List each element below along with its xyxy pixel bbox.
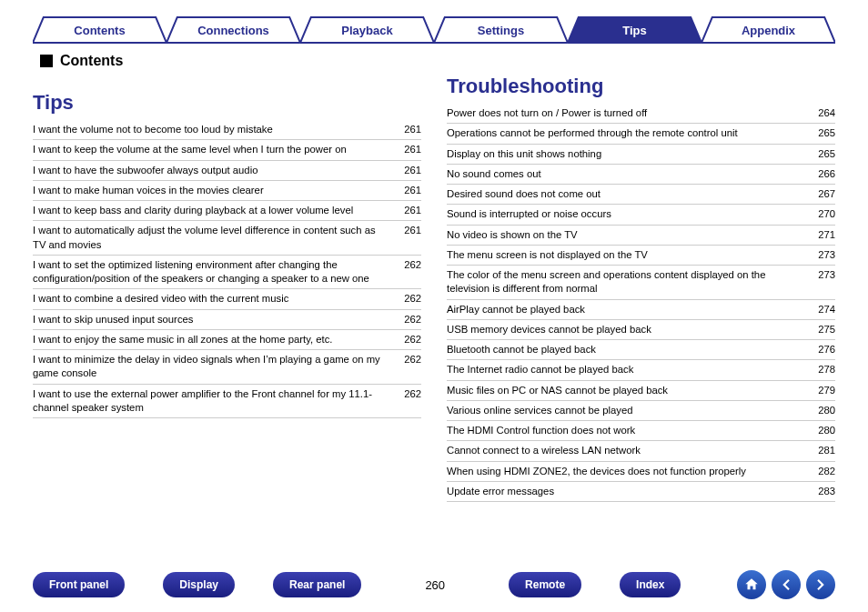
troubleshooting-page: 282 [804,465,835,478]
troubleshooting-text: Bluetooth cannot be played back [447,343,804,356]
home-button[interactable] [737,570,766,599]
tips-page: 262 [390,353,421,381]
top-tabs: Contents Connections Playback Settings T… [33,16,835,44]
troubleshooting-row[interactable]: The color of the menu screen and operati… [447,266,835,300]
troubleshooting-text: Various online services cannot be played [447,404,804,417]
troubleshooting-row[interactable]: AirPlay cannot be played back274 [447,300,835,320]
tips-row[interactable]: I want to use the external power amplifi… [33,385,421,419]
arrow-left-icon [778,577,794,593]
tips-row[interactable]: I want to have the subwoofer always outp… [33,161,421,181]
troubleshooting-page: 274 [804,303,835,316]
troubleshooting-page: 273 [804,248,835,262]
right-column: Troubleshooting Power does not turn on /… [447,75,835,502]
tips-text: I want to automatically adjust the volum… [33,224,390,252]
prev-button[interactable] [772,570,801,599]
troubleshooting-row[interactable]: Operations cannot be performed through t… [447,124,835,144]
tips-row[interactable]: I want to combine a desired video with t… [33,289,421,309]
tab-label: Appendix [742,24,795,37]
troubleshooting-page: 280 [804,424,835,437]
front-panel-button[interactable]: Front panel [33,572,125,597]
tips-row[interactable]: I want to automatically adjust the volum… [33,221,421,256]
tips-text: I want to combine a desired video with t… [33,292,390,306]
troubleshooting-text: USB memory devices cannot be played back [447,323,804,336]
tips-row[interactable]: I want to make human voices in the movie… [33,181,421,201]
troubleshooting-page: 279 [804,384,835,397]
troubleshooting-row[interactable]: The menu screen is not displayed on the … [447,246,835,266]
tips-page: 261 [390,123,421,136]
troubleshooting-text: Sound is interrupted or noise occurs [447,207,804,221]
index-button[interactable]: Index [620,572,681,597]
troubleshooting-text: Music files on PC or NAS cannot be playe… [447,384,804,397]
square-bullet-icon [40,55,53,67]
tips-text: I want to skip unused input sources [33,313,390,326]
tab-label: Tips [622,24,647,37]
tab-playback[interactable]: Playback [300,16,434,44]
troubleshooting-row[interactable]: When using HDMI ZONE2, the devices does … [447,462,835,482]
arrow-right-icon [812,577,829,593]
troubleshooting-row[interactable]: Update error messages283 [447,482,835,502]
tab-connections[interactable]: Connections [167,16,300,44]
troubleshooting-text: AirPlay cannot be played back [447,303,804,316]
tips-row[interactable]: I want to enjoy the same music in all zo… [33,330,421,350]
tab-label: Connections [197,24,269,37]
troubleshooting-page: 278 [804,363,835,376]
remote-button[interactable]: Remote [509,572,581,597]
troubleshooting-list: Power does not turn on / Power is turned… [447,104,835,502]
troubleshooting-text: The menu screen is not displayed on the … [447,248,804,262]
troubleshooting-row[interactable]: No video is shown on the TV271 [447,226,835,246]
troubleshooting-row[interactable]: Desired sound does not come out267 [447,185,835,205]
troubleshooting-row[interactable]: Power does not turn on / Power is turned… [447,104,835,124]
display-button[interactable]: Display [163,572,235,597]
troubleshooting-page: 265 [804,147,835,161]
tab-label: Settings [478,24,524,37]
tab-appendix[interactable]: Appendix [701,16,835,44]
troubleshooting-page: 266 [804,167,835,181]
troubleshooting-text: Cannot connect to a wireless LAN network [447,444,804,457]
tab-tips[interactable]: Tips [568,16,701,44]
tips-page: 262 [390,313,421,326]
troubleshooting-text: The color of the menu screen and operati… [447,268,804,296]
troubleshooting-row[interactable]: The Internet radio cannot be played back… [447,360,835,380]
troubleshooting-text: When using HDMI ZONE2, the devices does … [447,465,804,478]
next-button[interactable] [806,570,835,599]
troubleshooting-page: 276 [804,343,835,356]
troubleshooting-page: 275 [804,323,835,336]
troubleshooting-row[interactable]: The HDMI Control function does not work2… [447,421,835,441]
troubleshooting-row[interactable]: Sound is interrupted or noise occurs270 [447,205,835,225]
tab-label: Contents [74,24,125,37]
troubleshooting-row[interactable]: Cannot connect to a wireless LAN network… [447,441,835,461]
tips-page: 261 [390,164,421,177]
contents-label: Contents [60,53,123,69]
tips-row[interactable]: I want to keep bass and clarity during p… [33,201,421,221]
tips-page: 261 [390,184,421,197]
tips-row[interactable]: I want to skip unused input sources262 [33,310,421,330]
troubleshooting-row[interactable]: No sound comes out266 [447,165,835,185]
troubleshooting-text: Operations cannot be performed through t… [447,126,804,140]
columns: Tips I want the volume not to become too… [33,75,835,502]
troubleshooting-row[interactable]: Music files on PC or NAS cannot be playe… [447,381,835,401]
troubleshooting-page: 270 [804,207,835,221]
tips-row[interactable]: I want to keep the volume at the same le… [33,140,421,160]
troubleshooting-row[interactable]: Various online services cannot be played… [447,401,835,421]
troubleshooting-row[interactable]: Display on this unit shows nothing265 [447,145,835,165]
tips-text: I want to enjoy the same music in all zo… [33,333,390,346]
tab-contents[interactable]: Contents [33,16,167,44]
tips-row[interactable]: I want the volume not to become too loud… [33,120,421,140]
tips-text: I want to keep the volume at the same le… [33,143,390,156]
tips-row[interactable]: I want to set the optimized listening en… [33,256,421,290]
troubleshooting-text: Display on this unit shows nothing [447,147,804,161]
tab-settings[interactable]: Settings [434,16,568,44]
bottom-nav: Front panelDisplayRear panel260RemoteInd… [0,570,868,599]
troubleshooting-row[interactable]: Bluetooth cannot be played back276 [447,340,835,360]
troubleshooting-text: No video is shown on the TV [447,228,804,242]
troubleshooting-text: Power does not turn on / Power is turned… [447,106,804,120]
troubleshooting-page: 283 [804,485,835,498]
bottom-right-group [737,570,835,599]
tips-row[interactable]: I want to minimize the delay in video si… [33,350,421,385]
tips-text: I want to use the external power amplifi… [33,387,390,416]
page-number: 260 [425,578,445,592]
troubleshooting-row[interactable]: USB memory devices cannot be played back… [447,320,835,340]
rear-panel-button[interactable]: Rear panel [273,572,361,597]
tips-heading: Tips [33,91,421,115]
contents-heading: Contents [40,53,835,69]
